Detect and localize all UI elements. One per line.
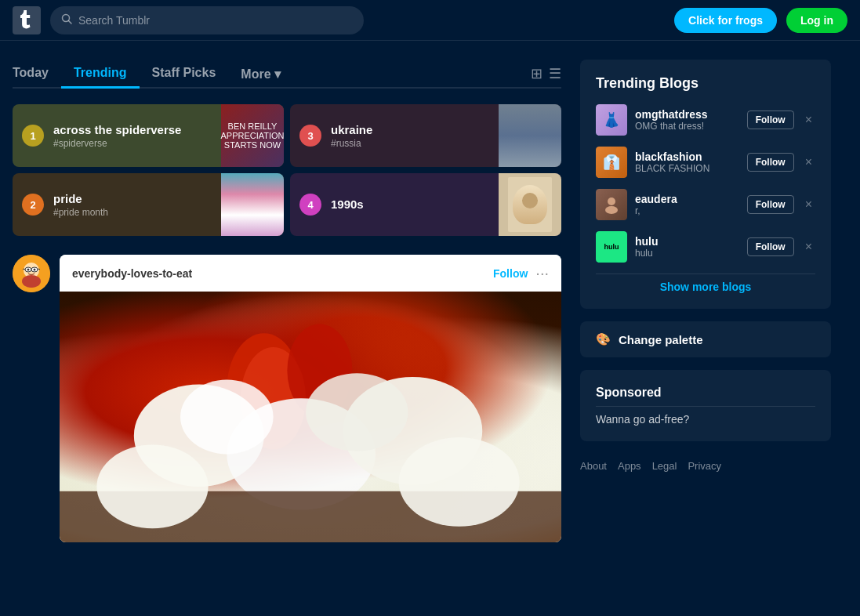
chevron-down-icon: ▾ [274, 67, 281, 82]
trend-card-4[interactable]: 4 1990s [290, 173, 561, 236]
footer-legal[interactable]: Legal [652, 460, 677, 472]
trend-title-4: 1990s [331, 197, 499, 211]
palette-icon: 🎨 [596, 332, 611, 346]
blog-info-blackfashion: blackfashion BLACK FASHION [635, 150, 739, 174]
post-section: everybody-loves-to-eat Follow ··· [13, 255, 561, 542]
trend-title-2: pride [53, 192, 221, 205]
tabs-nav: Today Trending Staff Picks More ▾ ⊞ ☰ [13, 60, 561, 89]
trend-text-3: ukraine #russia [331, 123, 499, 149]
header: Click for frogs Log in [0, 0, 860, 41]
blog-desc-hulu: hulu [635, 248, 739, 259]
dismiss-button-eaudera[interactable]: × [802, 197, 815, 212]
svg-line-2 [69, 20, 72, 24]
blog-name-hulu: hulu [635, 235, 739, 248]
blog-info-hulu: hulu hulu [635, 235, 739, 259]
trend-card-2[interactable]: 2 pride #pride month [13, 173, 284, 236]
trend-title-3: ukraine [331, 123, 499, 136]
blog-avatar-eaudera [596, 189, 627, 220]
blog-item-blackfashion[interactable]: 👔 blackfashion BLACK FASHION Follow × [596, 147, 815, 178]
change-palette-label: Change palette [619, 333, 703, 346]
trending-blogs-title: Trending Blogs [596, 75, 815, 92]
svg-point-21 [608, 197, 615, 205]
trend-rank-1: 1 [22, 125, 44, 147]
svg-point-8 [34, 269, 36, 271]
trend-image-1: BEN REILLY APPRECIATION STARTS NOW [221, 104, 284, 167]
blog-desc-omgthatdress: OMG that dress! [635, 121, 739, 132]
sidebar: Trending Blogs 👗 omgthatdress OMG that d… [580, 60, 831, 555]
footer-privacy[interactable]: Privacy [688, 460, 721, 472]
sponsored-title: Sponsored [596, 386, 815, 407]
login-button[interactable]: Log in [786, 8, 847, 33]
post-card: everybody-loves-to-eat Follow ··· [60, 255, 561, 542]
svg-point-7 [27, 269, 30, 271]
trend-rank-4: 4 [299, 194, 321, 216]
blog-avatar-omgthatdress: 👗 [596, 104, 627, 136]
logo [13, 6, 41, 34]
post-header: everybody-loves-to-eat Follow ··· [60, 255, 561, 292]
blog-avatar-blackfashion: 👔 [596, 147, 627, 178]
blog-name-omgthatdress: omgthatdress [635, 108, 739, 121]
trend-sub-2: #pride month [53, 207, 221, 218]
trend-sub-1: #spiderverse [53, 138, 221, 149]
dismiss-button-blackfashion[interactable]: × [802, 155, 815, 169]
view-toggle: ⊞ ☰ [531, 62, 561, 85]
dismiss-button-omgthatdress[interactable]: × [802, 113, 815, 127]
search-input[interactable] [78, 14, 353, 27]
trending-grid: 1 across the spiderverse #spiderverse BE… [13, 104, 561, 236]
trend-text-1: across the spiderverse #spiderverse [53, 123, 221, 149]
dismiss-button-hulu[interactable]: × [802, 240, 815, 254]
blog-avatar-hulu: hulu [596, 231, 627, 263]
post-follow-button[interactable]: Follow [493, 267, 528, 280]
follow-button-blackfashion[interactable]: Follow [747, 153, 794, 172]
trend-image-2 [221, 173, 284, 236]
show-more-blogs-button[interactable]: Show more blogs [596, 274, 815, 293]
trend-rank-2: 2 [22, 194, 44, 216]
blog-name-eaudera: eaudera [635, 193, 739, 205]
search-bar[interactable] [50, 6, 364, 34]
trend-image-4 [499, 173, 561, 236]
tab-trending[interactable]: Trending [61, 60, 140, 89]
blog-desc-eaudera: r, [635, 205, 739, 216]
trend-image-3 [499, 104, 561, 167]
sponsored-text: Wanna go ad-free? [596, 413, 815, 426]
food-photo [60, 292, 561, 542]
blog-name-blackfashion: blackfashion [635, 150, 739, 163]
footer-links: About Apps Legal Privacy [580, 454, 831, 478]
blog-desc-blackfashion: BLACK FASHION [635, 163, 739, 174]
blog-item-hulu[interactable]: hulu hulu hulu Follow × [596, 231, 815, 263]
tab-staff-picks[interactable]: Staff Picks [140, 60, 229, 89]
search-icon [61, 13, 72, 27]
follow-button-omgthatdress[interactable]: Follow [747, 111, 794, 129]
blog-item-omgthatdress[interactable]: 👗 omgthatdress OMG that dress! Follow × [596, 104, 815, 136]
change-palette-button[interactable]: 🎨 Change palette [580, 321, 831, 357]
tab-today[interactable]: Today [13, 60, 61, 89]
list-view-button[interactable]: ☰ [549, 65, 561, 82]
content-area: Today Trending Staff Picks More ▾ ⊞ ☰ 1 … [13, 60, 561, 555]
sponsored-section: Sponsored Wanna go ad-free? [580, 370, 831, 441]
blog-info-eaudera: eaudera r, [635, 193, 739, 216]
trend-title-1: across the spiderverse [53, 123, 221, 136]
post-username: everybody-loves-to-eat [72, 267, 481, 280]
post-menu-button[interactable]: ··· [535, 264, 549, 282]
trending-blogs-section: Trending Blogs 👗 omgthatdress OMG that d… [580, 60, 831, 309]
svg-point-22 [605, 206, 618, 214]
footer-apps[interactable]: Apps [618, 460, 641, 472]
trend-card-3[interactable]: 3 ukraine #russia [290, 104, 561, 167]
trend-rank-3: 3 [299, 125, 321, 147]
frog-button[interactable]: Click for frogs [674, 8, 777, 33]
blog-item-eaudera[interactable]: eaudera r, Follow × [596, 189, 815, 220]
tab-more[interactable]: More ▾ [228, 60, 292, 88]
trend-text-4: 1990s [331, 197, 499, 212]
follow-button-hulu[interactable]: Follow [747, 237, 794, 256]
trend-text-2: pride #pride month [53, 192, 221, 218]
footer-about[interactable]: About [580, 460, 607, 472]
follow-button-eaudera[interactable]: Follow [747, 195, 794, 214]
grid-view-button[interactable]: ⊞ [531, 65, 542, 82]
blog-info-omgthatdress: omgthatdress OMG that dress! [635, 108, 739, 132]
trend-card-1[interactable]: 1 across the spiderverse #spiderverse BE… [13, 104, 284, 167]
avatar [13, 255, 50, 292]
main-layout: Today Trending Staff Picks More ▾ ⊞ ☰ 1 … [0, 41, 860, 574]
trend-sub-3: #russia [331, 138, 499, 149]
user-avatar-side [13, 255, 50, 542]
post-image [60, 292, 561, 542]
